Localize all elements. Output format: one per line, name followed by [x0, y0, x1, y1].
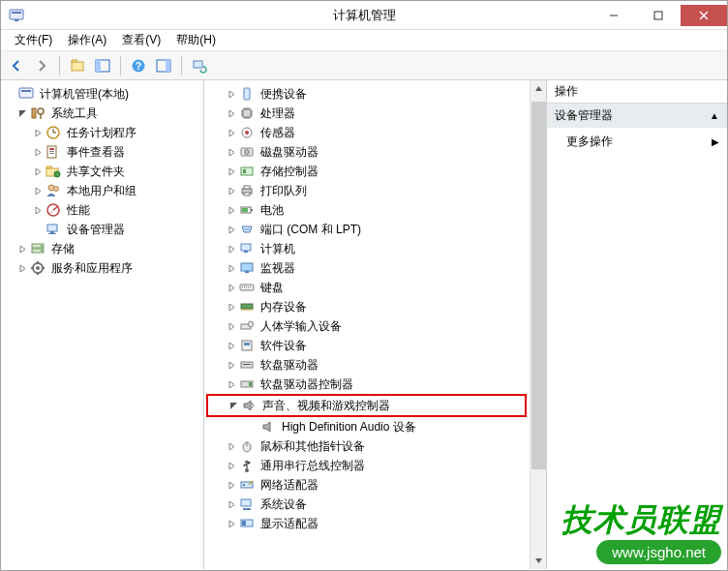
computer-management-icon — [18, 86, 34, 102]
menu-file[interactable]: 文件(F) — [7, 30, 60, 50]
expand-icon[interactable] — [32, 146, 44, 158]
app-icon — [9, 8, 24, 23]
collapse-icon[interactable] — [228, 400, 239, 411]
expand-icon[interactable] — [226, 498, 237, 510]
expand-icon[interactable] — [226, 440, 237, 452]
properties-button[interactable] — [152, 54, 175, 77]
expand-icon[interactable] — [32, 165, 44, 177]
tree-system-tools[interactable]: 系统工具 — [3, 104, 201, 123]
tree-device-manager[interactable]: 设备管理器 — [3, 220, 201, 239]
expand-icon[interactable] — [226, 460, 237, 471]
expand-icon[interactable] — [226, 107, 237, 119]
expand-icon[interactable] — [226, 185, 237, 196]
tree-task-scheduler[interactable]: 任务计划程序 — [3, 123, 201, 142]
device-category-computer[interactable]: 计算机 — [206, 239, 527, 258]
usb-icon — [239, 458, 255, 473]
device-category-mouse[interactable]: 鼠标和其他指针设备 — [206, 436, 527, 456]
device-category-hid[interactable]: 人体学输入设备 — [206, 316, 527, 336]
system-device-icon — [239, 496, 255, 512]
help-button[interactable]: ? — [127, 54, 150, 77]
expand-icon[interactable] — [226, 262, 237, 274]
up-button[interactable] — [66, 54, 89, 77]
device-category-sensor[interactable]: 传感器 — [206, 123, 527, 142]
storage-controller-icon — [239, 164, 255, 179]
actions-pane: 操作 设备管理器 ▲ 更多操作 ▶ — [547, 80, 727, 569]
expand-icon[interactable] — [226, 301, 237, 313]
tree-shared-folders[interactable]: 共享文件夹 — [3, 162, 201, 181]
expand-icon[interactable] — [16, 243, 28, 255]
device-sound-child[interactable]: High Definition Audio 设备 — [206, 417, 527, 436]
tree-performance[interactable]: 性能 — [3, 200, 201, 220]
svg-rect-74 — [244, 343, 250, 346]
scroll-up-arrow[interactable] — [531, 80, 547, 97]
refresh-button[interactable] — [188, 54, 211, 77]
device-category-print-queue[interactable]: 打印队列 — [206, 181, 527, 200]
back-button[interactable] — [5, 54, 28, 77]
network-icon — [239, 477, 255, 493]
expand-icon[interactable] — [226, 340, 237, 351]
expand-icon[interactable] — [226, 479, 237, 491]
hid-icon — [239, 318, 255, 334]
tree-system-tools-label: 系统工具 — [49, 105, 100, 123]
svg-rect-61 — [244, 251, 248, 253]
mouse-icon — [239, 438, 255, 454]
expand-icon[interactable] — [226, 146, 237, 158]
device-category-battery[interactable]: 电池 — [206, 200, 527, 220]
shared-folders-icon — [46, 164, 61, 179]
expand-icon[interactable] — [226, 518, 237, 529]
expand-icon[interactable] — [226, 282, 237, 293]
expand-icon[interactable] — [226, 320, 237, 332]
tree-root[interactable]: 计算机管理(本地) — [3, 84, 201, 104]
expand-icon[interactable] — [226, 378, 237, 390]
device-category-floppy[interactable]: 软盘驱动器 — [206, 355, 527, 375]
device-category-cpu[interactable]: 处理器 — [206, 104, 527, 123]
device-category-display[interactable]: 显示适配器 — [206, 514, 527, 533]
expand-icon[interactable] — [226, 165, 237, 177]
actions-more[interactable]: 更多操作 ▶ — [547, 128, 727, 156]
device-category-floppy-controller[interactable]: 软盘驱动器控制器 — [206, 375, 527, 394]
actions-section-label: 设备管理器 — [555, 107, 613, 124]
device-category-software-device[interactable]: 软件设备 — [206, 336, 527, 355]
expand-icon[interactable] — [226, 243, 237, 255]
device-category-monitor[interactable]: 监视器 — [206, 258, 527, 278]
device-category-system[interactable]: 系统设备 — [206, 495, 527, 514]
collapse-icon[interactable] — [16, 107, 28, 119]
maximize-button[interactable] — [636, 5, 681, 26]
title-bar: 计算机管理 — [1, 1, 727, 30]
device-category-network[interactable]: 网络适配器 — [206, 475, 527, 495]
forward-button[interactable] — [30, 54, 53, 77]
device-category-usb[interactable]: 通用串行总线控制器 — [206, 456, 527, 475]
tree-event-viewer[interactable]: 事件查看器 — [3, 142, 201, 162]
expand-icon[interactable] — [16, 262, 28, 274]
expand-icon[interactable] — [32, 204, 44, 216]
menu-help[interactable]: 帮助(H) — [168, 30, 224, 50]
expand-icon[interactable] — [226, 359, 237, 371]
expand-icon[interactable] — [32, 127, 44, 138]
scroll-thumb[interactable] — [531, 102, 546, 469]
expand-icon[interactable] — [226, 127, 237, 138]
minimize-button[interactable] — [592, 5, 636, 26]
actions-section[interactable]: 设备管理器 ▲ — [547, 104, 727, 128]
expand-icon[interactable] — [226, 204, 237, 216]
menu-view[interactable]: 查看(V) — [114, 30, 168, 50]
device-category-ports[interactable]: 端口 (COM 和 LPT) — [206, 220, 527, 239]
svg-rect-17 — [32, 108, 36, 118]
device-category-sound[interactable]: 声音、视频和游戏控制器 — [212, 396, 521, 415]
tree-services-apps[interactable]: 服务和应用程序 — [3, 258, 201, 278]
tree-storage[interactable]: 存储 — [3, 239, 201, 258]
device-category-disk[interactable]: 磁盘驱动器 — [206, 142, 527, 162]
expand-icon[interactable] — [226, 88, 237, 100]
svg-point-46 — [245, 131, 249, 135]
device-category-storage-controller[interactable]: 存储控制器 — [206, 162, 527, 181]
show-hide-tree-button[interactable] — [91, 54, 114, 77]
expand-icon[interactable] — [32, 185, 44, 196]
scroll-down-arrow[interactable] — [531, 553, 547, 569]
close-button[interactable] — [681, 5, 727, 26]
device-category-memory[interactable]: 内存设备 — [206, 297, 527, 316]
device-category-keyboard[interactable]: 键盘 — [206, 278, 527, 297]
tree-local-users[interactable]: 本地用户和组 — [3, 181, 201, 200]
menu-action[interactable]: 操作(A) — [60, 30, 114, 50]
device-category-portable[interactable]: 便携设备 — [206, 84, 527, 104]
expand-icon[interactable] — [226, 224, 237, 235]
scrollbar-vertical[interactable] — [530, 80, 546, 569]
